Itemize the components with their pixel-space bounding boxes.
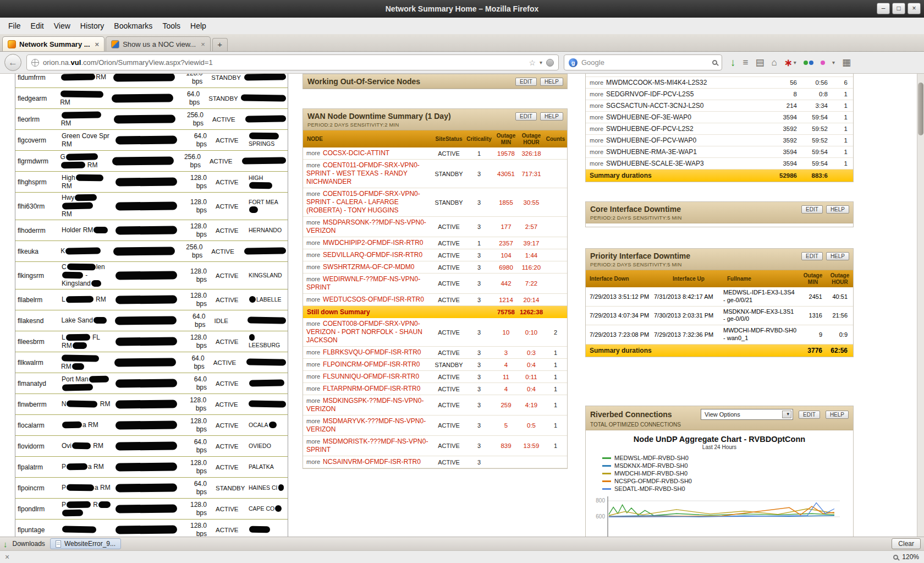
zoom-control[interactable]: 120% [893,553,919,561]
search-icon[interactable] [712,60,717,65]
url-bar[interactable]: orion.na.vul.com/Orion/SummaryView.aspx?… [26,54,559,70]
more-link[interactable]: more [306,438,320,445]
node-id-link[interactable]: flkeuka [15,248,61,255]
node-link[interactable]: MWDMCCOOK-MS-MI4K4-L2S32 [606,79,707,86]
url-dropdown-icon[interactable]: ▾ [540,59,542,65]
node-link[interactable]: SEDVILLARQ-OFMDF-ISR-RTR0 [323,251,422,259]
more-link[interactable]: more [306,252,320,258]
download-item[interactable]: WebsiteError_9... [50,538,121,549]
node-id-link[interactable]: flpondlrm [15,505,62,513]
node-id-link[interactable]: flhoderrm [15,227,62,234]
node-id-link[interactable]: fldumfrrm [15,74,61,81]
back-button[interactable]: ← [4,54,21,71]
more-link[interactable]: more [590,125,603,132]
more-link[interactable]: more [306,219,320,226]
search-bar[interactable]: g Google [564,54,722,70]
node-id-link[interactable]: fllakesnd [15,317,61,325]
help-button[interactable]: HELP [826,205,849,214]
node-link[interactable]: SWSHRTZRMA-OF-CP-MDM0 [323,263,414,271]
menu-file[interactable]: File [3,19,26,32]
home-icon[interactable]: ⌂ [771,58,777,67]
node-link[interactable]: MSDMARYVK-???MDF-NS-VPN0-VERIZON [306,417,426,433]
node-id-link[interactable]: flocalarm [15,422,62,429]
site-identity-globe-icon[interactable] [31,59,39,67]
downloads-label[interactable]: Downloads [13,540,45,548]
node-link[interactable]: FLSUNNIQU-OFMDF-ISR-RTR0 [323,373,419,380]
menu-help[interactable]: Help [185,19,211,32]
node-id-link[interactable]: flovidorm [15,442,62,450]
scrollbar-thumb[interactable] [918,83,923,135]
more-link[interactable]: more [590,91,603,97]
tab-1[interactable]: Network Summary ...× [2,36,105,51]
node-id-link[interactable]: flleesbrm [15,338,62,346]
node-id-link[interactable]: flmanatyd [15,380,62,387]
new-tab-button[interactable]: + [212,38,228,51]
node-id-link[interactable]: fledgearm [15,95,60,102]
more-link[interactable]: more [306,320,320,327]
more-link[interactable]: more [306,162,320,168]
node-link[interactable]: WEDIRWNLF-??MDF-NS-VPN0-SPRINT [306,275,420,291]
search-engine-icon[interactable]: g [569,58,578,67]
help-button[interactable]: HELP [826,252,849,260]
node-link[interactable]: SWDHUEBNE-OF-PCV-WAP0 [606,136,696,144]
edit-button[interactable]: EDIT [515,112,537,121]
grid-icon[interactable]: ▦ [842,58,851,67]
url-text[interactable]: orion.na.vul.com/Orion/SummaryView.aspx?… [43,58,525,67]
node-link[interactable]: MWDCHIPIP2-OFMDF-ISR-RTR0 [323,239,423,247]
more-link[interactable]: more [306,150,320,156]
toolbar-overflow-chevron-icon[interactable]: ▾ [832,59,835,65]
more-link[interactable]: more [306,190,320,197]
node-link[interactable]: NCSAINVRM-OFMDF-ISR-RTR0 [323,458,421,466]
minimize-button[interactable]: – [877,3,890,14]
edit-button[interactable]: EDIT [801,205,823,214]
extension2-icon[interactable] [821,61,825,65]
more-link[interactable]: more [306,276,320,282]
more-link[interactable]: more [306,397,320,404]
node-link[interactable]: FLBRKSVQU-OFMDF-ISR-RTR0 [323,348,421,356]
tab-close-icon[interactable]: × [201,40,205,48]
node-link[interactable]: SWDHUEBNE-OF-3E-WAP0 [606,113,691,121]
save-page-icon[interactable]: ▤ [755,58,764,67]
node-link[interactable]: COENT015-OFMDF-SRX-VPN0-SPRINT - CALERA … [306,190,420,214]
more-link[interactable]: more [590,102,603,109]
edit-button[interactable]: EDIT [801,252,823,260]
node-id-link[interactable]: flpuntage [15,526,62,534]
list-icon[interactable]: ≡ [743,58,749,67]
node-link[interactable]: MWTMUCSON-2LNS-MN-VW-3 [606,74,701,75]
clear-button[interactable]: Clear [892,538,921,549]
node-id-link[interactable]: flgcoverm [15,136,62,144]
menu-edit[interactable]: Edit [26,19,49,32]
more-link[interactable]: more [306,373,320,380]
node-id-link[interactable]: flhghsprm [15,178,62,186]
more-link[interactable]: more [306,264,320,270]
edit-button[interactable]: EDIT [799,411,820,419]
node-id-link[interactable]: fllabelrm [15,296,62,304]
more-link[interactable]: more [590,137,603,144]
menu-view[interactable]: View [49,19,75,32]
node-link[interactable]: WEDTUCSOS-OFMDF-ISR-RTR0 [323,296,424,303]
downloads-arrow-icon[interactable]: ↓ [730,57,736,68]
search-input[interactable]: Google [581,58,708,67]
edit-button[interactable]: EDIT [515,78,537,86]
more-link[interactable]: more [306,361,320,368]
view-options-select[interactable]: View Options ▾ [701,409,793,420]
node-link[interactable]: FLPOINCRM-OFMDF-ISR-RTR0 [323,360,420,368]
menu-bookmarks[interactable]: Bookmarks [109,19,157,32]
node-link[interactable]: SWDHUEBNE-RMA-3E-WAP1 [606,148,697,156]
node-link[interactable]: COENT008-OFMDF-SRX-VPN0-VERIZON - PORT N… [306,320,422,344]
menu-tools[interactable]: Tools [157,19,185,32]
more-link[interactable]: more [590,114,603,121]
tab-2[interactable]: Show us a NOC view...× [106,36,211,51]
node-id-link[interactable]: flhi630rm [15,203,62,210]
more-link[interactable]: more [306,239,320,246]
more-link[interactable]: more [590,79,603,86]
node-id-link[interactable]: fleorlrm [15,116,61,123]
more-link[interactable]: more [590,74,603,75]
bookmarks-menu-button[interactable]: ∗▾ [784,58,796,68]
node-id-link[interactable]: flgrmdwrm [15,157,61,165]
bookmark-star-icon[interactable]: ☆ [529,58,536,67]
node-id-link[interactable]: flkingsrm [15,272,62,280]
node-link[interactable]: COCSX-DCIC-ATTINT [323,149,389,157]
more-link[interactable]: more [306,296,320,303]
extension-icon[interactable] [804,61,813,65]
